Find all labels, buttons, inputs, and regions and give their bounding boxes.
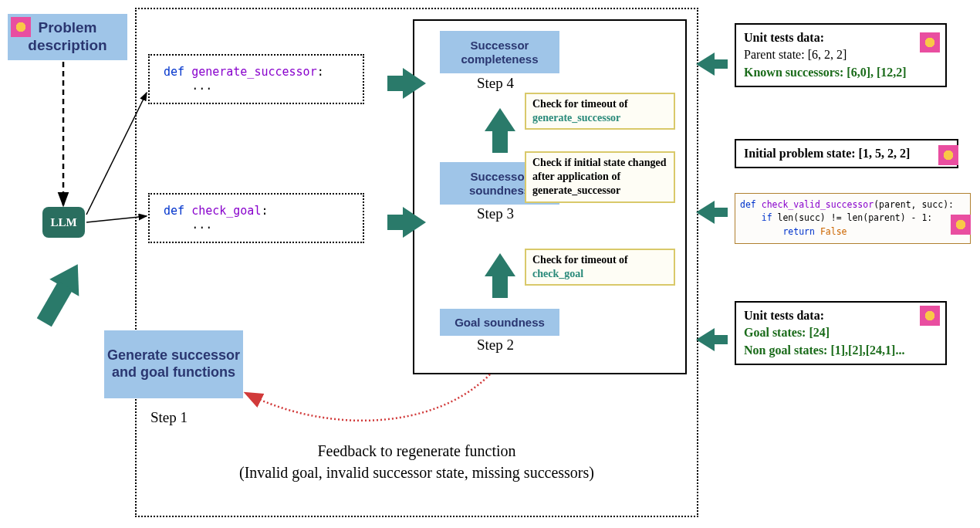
step2-label: Step 2 [477, 337, 514, 354]
arrow-right-icon [403, 68, 426, 99]
check-timeout-successor: Check for timeout of generate_successor [525, 93, 675, 130]
generate-functions-box: Generate successor and goal functions [104, 330, 243, 398]
game24-icon [920, 32, 940, 52]
code-rest: len(succ) != len(parent) - 1: [772, 212, 933, 223]
code-keyword: if [762, 212, 772, 223]
arrow-left-icon [696, 328, 715, 351]
feedback-text: Feedback to regenerate function (Invalid… [224, 440, 610, 483]
arrow-left-icon [696, 201, 715, 224]
code-keyword: def [164, 204, 184, 218]
code-function-name: generate_successor [191, 65, 317, 79]
game24-icon [951, 215, 971, 235]
code-keyword: def [164, 65, 184, 79]
ut4-nongoal-label: Non goal states: [744, 344, 830, 357]
llm-box: LLM [42, 207, 85, 238]
goal-soundness-box: Goal soundness [440, 309, 559, 336]
unit-tests-goals: Unit tests data: Goal states: [24] Non g… [735, 301, 947, 365]
step3-label: Step 3 [477, 205, 514, 222]
check-text: Check for timeout of [532, 254, 628, 266]
step1-label: Step 1 [150, 409, 188, 426]
game24-icon [920, 306, 940, 326]
check-text: Check for timeout of [532, 98, 628, 110]
check-valid-successor-code: def check_valid_successor(parent, succ):… [735, 193, 971, 244]
ut1-succ-val: [6,0], [12,2] [847, 66, 906, 79]
ut4-title: Unit tests data: [744, 307, 938, 324]
successor-completeness-label: Successor completeness [440, 39, 559, 66]
check-timeout-goal: Check for timeout of check_goal [525, 249, 675, 286]
ut4-nongoal-val: [1],[2],[24,1]... [830, 344, 904, 357]
arrow-up-icon [49, 256, 93, 296]
code-function-name: check_valid_successor [762, 199, 874, 210]
initial-problem-state: Initial problem state: [1, 5, 2, 2] [735, 139, 958, 168]
code-tail: : [317, 65, 324, 79]
successor-completeness-box: Successor completeness [440, 31, 559, 73]
code-bool: False [820, 226, 847, 237]
ut4-goal-label: Goal states: [744, 326, 809, 339]
check-fn: generate_successor [532, 112, 620, 124]
feedback-line1: Feedback to regenerate function [224, 440, 610, 462]
code-keyword: def [740, 199, 756, 210]
code-keyword: return [782, 226, 815, 237]
game24-icon [938, 145, 958, 165]
ut1-parent-label: Parent state: [744, 48, 808, 61]
unit-tests-successors: Unit tests data: Parent state: [6, 2, 2]… [735, 23, 947, 87]
feedback-line2: (Invalid goal, invalid successor state, … [224, 462, 610, 483]
code-body: ... [191, 218, 212, 232]
ut2-label: Initial problem state: [744, 147, 859, 160]
llm-label: LLM [50, 216, 76, 229]
code-body: ... [191, 79, 212, 93]
arrow-up-icon [485, 108, 515, 131]
arrow-left-icon [696, 52, 715, 76]
arrow-up-icon [485, 253, 515, 276]
game24-icon [11, 17, 31, 37]
code-function-name: check_goal [191, 204, 261, 218]
check-fn: check_goal [532, 268, 583, 279]
ut4-goal-val: [24] [809, 326, 830, 339]
diagram-root: Problem description LLM Generate success… [0, 0, 980, 528]
ut1-succ-label: Known successors: [744, 66, 847, 79]
ut1-title: Unit tests data: [744, 29, 938, 46]
code-args: (parent, succ): [874, 199, 954, 210]
generate-functions-label: Generate successor and goal functions [104, 347, 243, 381]
step4-label: Step 4 [477, 75, 514, 92]
ut2-val: [1, 5, 2, 2] [859, 147, 911, 160]
goal-soundness-label: Goal soundness [455, 316, 545, 330]
check-goal-code: def check_goal: ... [148, 193, 364, 243]
code-tail: : [261, 204, 268, 218]
ut1-parent-val: [6, 2, 2] [808, 48, 847, 61]
generate-successor-code: def generate_successor: ... [148, 54, 364, 104]
check-initial-state: Check if initial state changed after app… [525, 151, 675, 203]
arrow-right-icon [403, 207, 426, 238]
check-text: Check if initial state changed after app… [532, 157, 666, 196]
